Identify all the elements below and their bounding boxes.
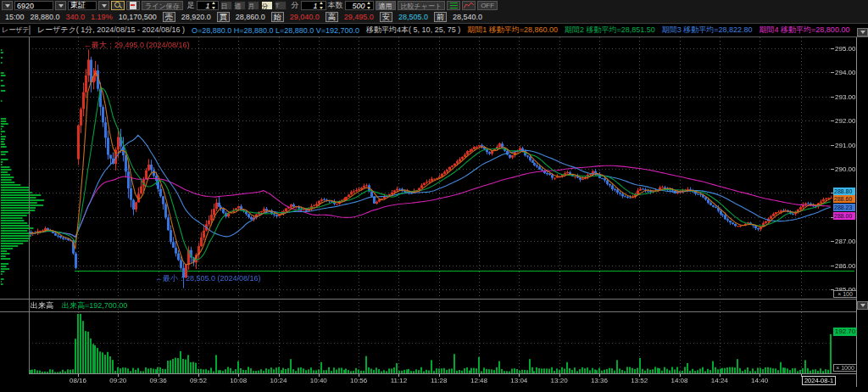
spinner-icon[interactable] <box>367 2 371 9</box>
time-tick-label: 10:40 <box>304 377 333 384</box>
chart-title: レーザテク( 1分, 2024/08/15 - 2024/08/16 ) <box>37 25 185 36</box>
chevron-down-icon <box>58 4 64 8</box>
spinner-icon[interactable] <box>320 2 324 9</box>
time-tick-label: 14:08 <box>665 377 694 384</box>
date-end-label: 2024-08-1 <box>802 376 836 385</box>
volume-current-box: 192.70 <box>833 328 857 336</box>
ashi-label: 足 <box>187 0 195 11</box>
spinner-icon[interactable] <box>212 2 216 9</box>
ma1-readout: 期間1 移動平均=28,860.00 <box>467 25 558 36</box>
time-tick-label: 09:36 <box>144 377 173 384</box>
prev-close-value: 28,540.0 <box>453 13 482 21</box>
period-tick-button[interactable]: T <box>275 1 287 10</box>
volume-panel-dropdown[interactable] <box>857 301 868 310</box>
time-tick-label: 14:24 <box>705 377 734 384</box>
quote-price: 28,880.0 <box>31 13 60 21</box>
high-label: 高 <box>326 12 338 22</box>
minute-input[interactable]: 1 <box>301 1 326 10</box>
time-tick-label: 14:40 <box>745 377 774 384</box>
price-marker-box: 288.60 <box>833 195 855 203</box>
time-tick-label: 11:28 <box>425 377 453 384</box>
minute-label: 分 <box>292 0 299 11</box>
time-tick-label: 08/16 <box>64 377 92 384</box>
bars-input[interactable]: 500 <box>345 1 374 10</box>
price-tick-label: 295.00 <box>835 45 855 53</box>
time-tick-label: 10:24 <box>264 377 293 384</box>
chart-panel-dropdown[interactable] <box>857 28 868 36</box>
chevron-down-icon <box>5 4 10 8</box>
bid-value: 28,860.0 <box>236 13 265 21</box>
price-tick-label: 292.00 <box>835 117 855 125</box>
quote-change: 340.0 <box>66 13 86 21</box>
toolbar: 6920 東証 ライン保存 足 1 日 週 月 分 T 分 1 本数 500 適… <box>0 0 868 24</box>
time-tick-label: 11:12 <box>384 377 413 384</box>
price-marker-box: 288.80 <box>833 188 855 195</box>
market-select[interactable]: 東証 <box>68 1 97 10</box>
price-marker-box: 288.00 <box>833 212 855 220</box>
symbol-search-button[interactable] <box>111 1 125 10</box>
depth-bars-icon <box>450 3 458 9</box>
compare-chart-button[interactable]: 比較チャート <box>398 1 446 10</box>
bid-label: 買 <box>217 12 230 22</box>
prev-close-label: 前 <box>434 12 447 22</box>
session-low-annotation: ←最小：28,505.0 (2024/08/16) <box>155 273 261 284</box>
period-week-button[interactable]: 週 <box>234 1 246 10</box>
chevron-down-icon <box>860 31 865 34</box>
time-tick-label: 13:20 <box>545 377 574 384</box>
market-dropdown-button[interactable] <box>98 1 109 10</box>
period-month-button[interactable]: 月 <box>248 1 259 10</box>
time-tick-label: 10:56 <box>344 377 373 384</box>
price-tick-label: 290.00 <box>835 165 855 173</box>
price-scale-label: × 100 <box>833 290 857 298</box>
price-tick-label: 294.00 <box>835 69 855 76</box>
symbol-code-input[interactable]: 6920 <box>14 1 53 10</box>
chevron-down-icon <box>102 4 107 8</box>
chart-canvas[interactable] <box>0 0 868 392</box>
quote-strip: 15:00 28,880.0 340.0 1.19% 10,170,500 売 … <box>0 11 868 23</box>
symbol-tab[interactable]: レーザテク <box>0 25 31 35</box>
memo-button[interactable] <box>126 1 140 10</box>
volume-panel-title[interactable]: 出来高 <box>31 300 53 311</box>
minute-value: 1 <box>314 2 318 10</box>
session-high-annotation: ←最大：29,495.0 (2024/08/16) <box>84 40 190 51</box>
depth-button[interactable] <box>447 1 460 10</box>
price-marker-box: 288.23 <box>833 204 855 211</box>
symbol-dropdown-button[interactable] <box>55 1 66 10</box>
ashi-count-value: 1 <box>206 2 210 10</box>
toolbar-row-settings: 6920 東証 ライン保存 足 1 日 週 月 分 T 分 1 本数 500 適… <box>0 0 868 11</box>
ma2-readout: 期間2 移動平均=28,851.50 <box>565 25 655 36</box>
history-dropdown-button[interactable] <box>2 1 13 10</box>
time-tick-label: 10:08 <box>224 377 253 384</box>
price-tick-label: 293.00 <box>835 93 855 101</box>
low-value: 28,505.0 <box>398 13 428 21</box>
trading-chart-app: 6920 東証 ライン保存 足 1 日 週 月 分 T 分 1 本数 500 適… <box>0 0 868 392</box>
quote-change-pct: 1.19% <box>91 13 113 21</box>
price-tick-label: 287.00 <box>835 238 855 245</box>
line-save-button[interactable]: ライン保存 <box>142 1 183 10</box>
ashi-count-input[interactable]: 1 <box>197 1 219 10</box>
low-label: 安 <box>380 12 392 22</box>
off-button[interactable]: OFF <box>477 1 498 10</box>
time-tick-label: 13:52 <box>625 377 654 384</box>
price-tick-label: 291.00 <box>835 142 855 149</box>
bars-value: 500 <box>353 2 365 10</box>
volume-scale-label: × 1000 <box>833 364 857 372</box>
period-day-button[interactable]: 日 <box>220 1 232 10</box>
open-label: 始 <box>271 12 284 22</box>
ma4-readout: 期間4 移動平均=28,800.00 <box>760 25 850 36</box>
apply-button[interactable]: 適用 <box>376 1 396 10</box>
volume-readout: 出来高=192,700.00 <box>62 300 127 311</box>
chevron-down-icon <box>860 304 865 307</box>
time-tick-label: 13:36 <box>585 377 614 384</box>
volume-panel-header: 出来高 出来高=192,700.00 <box>31 300 127 311</box>
line-chart-icon <box>464 2 474 9</box>
ohlcv-readout: O=28,880.0 H=28,880.0 L=28,880.0 V=192,7… <box>192 26 359 35</box>
high-value: 29,495.0 <box>344 13 374 21</box>
ask-value: 28,920.0 <box>181 13 211 21</box>
ask-label: 売 <box>163 12 175 22</box>
ma-settings-label: 移動平均4本( 5, 10, 25, 75 ) <box>366 25 460 36</box>
open-value: 29,040.0 <box>290 13 320 21</box>
line-chart-button[interactable] <box>462 1 476 10</box>
period-minute-button[interactable]: 分 <box>261 1 273 10</box>
time-tick-label: 09:52 <box>184 377 213 384</box>
